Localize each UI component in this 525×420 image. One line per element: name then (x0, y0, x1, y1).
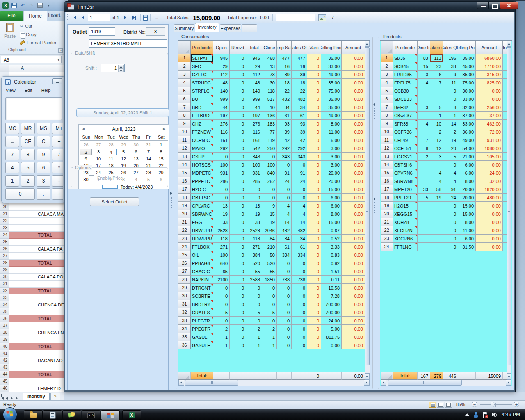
grid-cell[interactable]: SFC (191, 62, 213, 71)
grid-cell[interactable]: CRATES (191, 308, 213, 317)
taskbar-sticky-notes-button[interactable] (62, 410, 81, 420)
grid-cell[interactable]: 13 (213, 202, 230, 210)
row-number[interactable]: 24 (0, 232, 9, 239)
zoom-slider-handle[interactable] (491, 402, 494, 407)
zoom-out-button[interactable]: − (472, 402, 477, 407)
show-hidden-icons[interactable] (465, 413, 469, 416)
grid-cell[interactable] (430, 235, 443, 243)
grid-cell[interactable]: 0.00 (476, 202, 503, 210)
splitter-expand-icon[interactable] (170, 192, 172, 195)
grid-cell[interactable]: 0.00 (342, 259, 365, 267)
calendar-date[interactable]: 3 (93, 149, 105, 155)
grid-cell[interactable]: BRD (191, 103, 213, 112)
grid-cell[interactable]: 10.58 (321, 284, 342, 292)
grid-cell[interactable]: 700.00 (321, 308, 342, 317)
grid-cell[interactable]: 24.00 (321, 317, 342, 325)
grid-cell[interactable]: 39 (292, 71, 307, 79)
image-icon[interactable] (318, 14, 326, 21)
prev-record-button[interactable] (79, 14, 88, 22)
maximize-button[interactable] (488, 2, 500, 9)
grid-cell[interactable]: 19 (213, 210, 230, 218)
calendar-date[interactable]: 5 (118, 149, 130, 155)
grid-cell[interactable]: 5 (246, 308, 262, 317)
grid-cell[interactable]: SBRWNC (191, 210, 213, 218)
grid-cell[interactable]: 118 (262, 87, 277, 95)
grid-cell[interactable]: 197 (213, 112, 230, 120)
grid-cell[interactable]: 0 (307, 194, 321, 202)
grid-cell[interactable]: 0 (307, 292, 321, 300)
grid-cell[interactable]: SBRWN8 (393, 177, 418, 185)
grid-cell[interactable]: 0 (307, 128, 321, 136)
page-break-view-button[interactable] (445, 402, 452, 408)
grid-cell[interactable]: 1080.00 (476, 144, 503, 153)
row-header[interactable]: 2 (381, 62, 393, 71)
grid-cell[interactable]: 161 (213, 136, 230, 144)
calc-key-6[interactable]: 6 (37, 162, 50, 173)
grid-cell[interactable]: 4 (443, 169, 458, 177)
row-header[interactable]: 26 (178, 259, 191, 267)
grid-cell[interactable]: 39 (292, 128, 307, 136)
grid-cell[interactable]: 738 (277, 276, 292, 284)
grid-cell[interactable]: 0 (230, 71, 246, 79)
grid-cell[interactable]: CCFR36 (393, 128, 418, 136)
calc-key-0[interactable]: 0 (5, 188, 35, 200)
row-header[interactable]: 7 (381, 103, 393, 112)
grid-cell[interactable]: 3.00 (321, 153, 342, 161)
column-header-a[interactable]: A (9, 65, 36, 72)
grid-cell[interactable]: 0 (230, 235, 246, 243)
row-header[interactable]: 19 (178, 202, 191, 210)
grid-cell[interactable]: 9 (262, 202, 277, 210)
grid-cell[interactable]: 0.00 (342, 226, 365, 235)
row-header[interactable]: 15 (381, 169, 393, 177)
grid-cell[interactable]: 0 (277, 185, 292, 194)
calendar-date[interactable]: 2 (80, 149, 92, 155)
grid-cell[interactable]: 33 (246, 218, 262, 226)
grid-cell[interactable] (418, 161, 430, 169)
grid-cell[interactable]: MAYO (191, 144, 213, 153)
grid-cell[interactable]: 24.00 (476, 169, 503, 177)
grid-cell[interactable]: 0 (292, 292, 307, 300)
grid-cell[interactable]: 0.00 (342, 202, 365, 210)
row-header[interactable]: 23 (178, 235, 191, 243)
row-header[interactable]: 22 (178, 226, 191, 235)
grid-cell[interactable]: 0.00 (342, 341, 365, 349)
grid-cell[interactable]: 286 (246, 177, 262, 185)
grid-cell[interactable]: 118 (246, 235, 262, 243)
column-header[interactable]: Selling Price (321, 41, 342, 54)
row-header[interactable]: 17 (178, 185, 191, 194)
grid-cell[interactable]: 811.75 (321, 333, 342, 341)
grid-cell[interactable]: 2 (262, 325, 277, 333)
row-header[interactable]: 6 (178, 95, 191, 103)
row-header[interactable]: 25 (178, 251, 191, 259)
grid-cell[interactable]: 0 (230, 226, 246, 235)
cell[interactable] (36, 322, 66, 329)
calendar-date[interactable]: 28 (105, 142, 117, 148)
tab-blank[interactable] (242, 24, 257, 32)
grid-cell[interactable]: 75.00 (458, 79, 476, 87)
grid-cell[interactable]: 20 (443, 144, 458, 153)
grid-cell[interactable]: 343 (292, 153, 307, 161)
grid-cell[interactable]: 0 (307, 153, 321, 161)
grid-cell[interactable]: 0 (230, 210, 246, 218)
grid-cell[interactable]: 29 (246, 62, 262, 71)
grid-cell[interactable]: BRDTRY (191, 300, 213, 308)
grid-cell[interactable]: 0 (230, 87, 246, 95)
grid-cell[interactable]: PPBAG6 (191, 259, 213, 267)
grid-cell[interactable]: 0 (307, 54, 321, 62)
zoom-level[interactable]: 85% (456, 402, 465, 407)
grid-cell[interactable]: 196 (443, 54, 458, 62)
row-number[interactable]: 30 (0, 274, 9, 281)
grid-cell[interactable]: 6860.00 (476, 54, 503, 62)
grid-cell[interactable]: 0 (307, 112, 321, 120)
grid-cell[interactable]: 33.00 (321, 62, 342, 71)
grid-cell[interactable]: 16 (277, 62, 292, 71)
zoom-in-button[interactable]: + (514, 402, 519, 407)
cell[interactable] (9, 294, 36, 301)
grid-cell[interactable]: 0.00 (342, 292, 365, 300)
grid-cell[interactable]: 0.00 (342, 169, 365, 177)
grid-cell[interactable]: 5 (262, 308, 277, 317)
grid-cell[interactable]: 0.92 (321, 259, 342, 267)
grid-cell[interactable]: 0 (230, 153, 246, 161)
grid-cell[interactable]: 0.00 (342, 267, 365, 276)
grid-cell[interactable]: 48 (213, 79, 230, 87)
